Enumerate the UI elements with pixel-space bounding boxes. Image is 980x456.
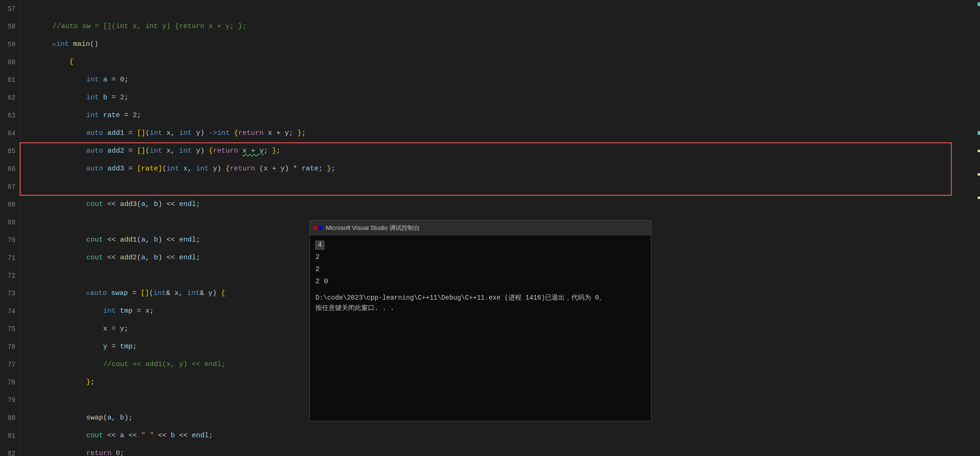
code-line-63: auto add1 = [](int x, int y) ->int {retu… (27, 107, 980, 125)
line-num-64: 64 (0, 125, 15, 142)
scrollbar-indicator-top (978, 2, 980, 6)
code-line-66 (27, 160, 980, 178)
console-spacer (315, 288, 645, 293)
console-path-line: D:\code\2023\cpp-learning\C++11\Debug\C+… (315, 293, 645, 303)
console-output-20: 2 0 (315, 276, 645, 288)
console-icon-blue (318, 226, 322, 230)
code-line-64: auto add2 = [](int x, int y) {return x +… (27, 125, 980, 142)
scrollbar-indicator-mid4 (978, 197, 980, 199)
line-num-72: 72 (0, 267, 15, 285)
line-num-69: 69 (0, 213, 15, 231)
code-line-68 (27, 196, 980, 213)
line-num-75: 75 (0, 320, 15, 338)
line-num-60: 60 (0, 53, 15, 71)
console-exit-line: 按任意键关闭此窗口. . . (315, 303, 645, 313)
code-line-60: int a = 0; (27, 53, 980, 71)
console-title: Microsoft Visual Studio 调试控制台 (326, 224, 420, 232)
console-output-2-second: 2 (315, 264, 645, 276)
line-num-73: 73 (0, 285, 15, 302)
line-numbers: 57 58 59 60 61 62 63 64 65 66 67 68 69 7… (0, 0, 20, 456)
line-num-71: 71 (0, 249, 15, 267)
line-num-67: 67 (0, 178, 15, 196)
line-num-66: 66 (0, 160, 15, 178)
console-highlighted-value: 4 (315, 241, 324, 250)
line-num-61: 61 (0, 71, 15, 89)
line-num-78: 78 (0, 374, 15, 391)
code-line-67: cout << add3(a, b) << endl; (27, 178, 980, 196)
line-num-62: 62 (0, 89, 15, 107)
code-line-59: { (27, 36, 980, 53)
line-num-82: 82 (0, 445, 15, 456)
line-num-63: 63 (0, 107, 15, 125)
code-line-61: int b = 2; (27, 71, 980, 89)
line-num-70: 70 (0, 231, 15, 249)
line-num-80: 80 (0, 409, 15, 427)
line-num-58: 58 (0, 18, 15, 36)
code-line-57: //auto sw = [](int x, int y) {return x +… (27, 0, 980, 18)
code-line-81: return 0; (27, 427, 980, 445)
line-num-81: 81 (0, 427, 15, 445)
console-body: 4 2 2 2 0 D:\code\2023\cpp-learning\C++1… (310, 235, 651, 421)
line-num-65: 65 (0, 142, 15, 160)
console-window: Microsoft Visual Studio 调试控制台 4 2 2 2 0 … (309, 220, 651, 421)
scrollbar-indicator-mid1 (978, 131, 980, 135)
line-num-57: 57 (0, 0, 15, 18)
line-num-68: 68 (0, 196, 15, 213)
line-num-79: 79 (0, 391, 15, 409)
scrollbar-indicator-mid3 (978, 173, 980, 176)
code-line-58: ⊟int main() (27, 18, 980, 36)
line-num-77: 77 (0, 356, 15, 374)
code-line-65: auto add3 = [rate](int x, int y) {return… (27, 142, 980, 160)
line-num-59: 59 (0, 36, 15, 53)
console-titlebar: Microsoft Visual Studio 调试控制台 (310, 221, 651, 235)
code-line-62: int rate = 2; (27, 89, 980, 107)
code-line-82: } (27, 445, 980, 456)
scrollbar-indicators (978, 0, 980, 456)
scrollbar-indicator-mid2 (978, 150, 980, 152)
console-output-2-first: 2 (315, 251, 645, 264)
console-output-4: 4 (315, 239, 645, 251)
line-num-76: 76 (0, 338, 15, 356)
line-num-74: 74 (0, 302, 15, 320)
console-app-icon (314, 226, 322, 230)
console-icon-red (314, 226, 317, 230)
